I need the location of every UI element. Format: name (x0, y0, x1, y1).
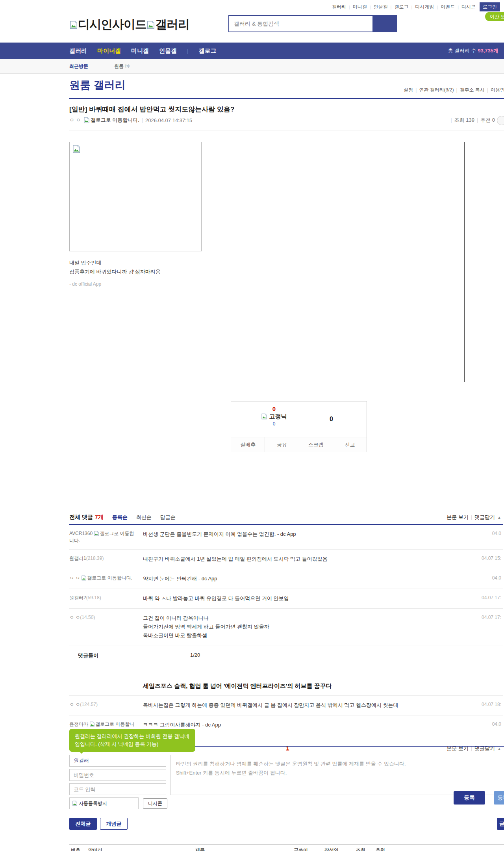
post-author: ㅇ ㅇ (69, 117, 81, 124)
comment-submit-button-secondary[interactable]: 등록 (494, 791, 504, 805)
vote-action-bar: 실베추 공유 스크랩 신고 (231, 437, 367, 452)
col-title: 제목 (195, 847, 205, 851)
top-link-gallog[interactable]: 갤로그 (394, 4, 408, 10)
tooltip-pointer (78, 750, 85, 757)
sort-newest[interactable]: 최신순 (136, 514, 152, 521)
best-posts-button[interactable]: 개념글 (100, 818, 128, 830)
comment-date: 04.0 (492, 531, 501, 536)
fixed-nick-label: 고정닉 (248, 413, 300, 420)
report-button[interactable]: 신고 (333, 437, 367, 452)
comment-text: 독바사는집은 그렇게 하는애 종종 있던데 바퀴갤에서 글 봄 집에서 잠만자고… (143, 701, 503, 710)
comment-date: 04.0 (492, 575, 501, 581)
dccon-button[interactable]: 디시콘 (143, 798, 167, 809)
login-button[interactable]: 로그인 (480, 2, 500, 11)
comment-bot-name: 댓글돌이 (78, 652, 143, 659)
top-link-event[interactable]: 이벤트 (441, 4, 455, 10)
chevron-up-icon[interactable]: ▲ (497, 747, 501, 751)
comment-count-icon (497, 116, 504, 125)
broken-image-icon (89, 721, 95, 727)
password-input[interactable] (69, 769, 166, 781)
search-button[interactable] (373, 15, 397, 32)
gallog-link[interactable]: 갤로그로 이동합니다. (87, 575, 132, 581)
share-button[interactable]: 공유 (265, 437, 298, 452)
post-view-count: 조회 139 (454, 117, 474, 124)
scrap-button[interactable]: 스크랩 (299, 437, 333, 452)
post-body-text: 내일 입주인데 집품후기에 바퀴있다니까 걍 삶자마려움 (69, 258, 161, 277)
side-ad-box (464, 142, 504, 382)
chevron-up-icon[interactable]: ▲ (497, 515, 501, 520)
comment-row: AVCR1360갤로그로 이동합니다. 바선생 군단은 출몰빈도가 문제이지 아… (69, 525, 503, 550)
search-area (228, 15, 397, 32)
comment-row: ㅇ ㅇ(14.50) 그건 집이 아니라 감옥아니냐 들어가기전에 방역 빡세게… (69, 609, 503, 645)
nav-item-gallery[interactable]: 갤러리 (69, 47, 87, 55)
comment-row: ㅇ ㅇ(124.57) 독바사는집은 그렇게 하는애 종종 있던데 바퀴갤에서 … (69, 696, 503, 715)
top-link-persongal[interactable]: 인물갤 (374, 4, 388, 10)
divider (69, 98, 504, 99)
col-date: 작성일 (324, 847, 339, 851)
broken-image-icon (72, 801, 78, 806)
view-post-link[interactable]: 본문 보기 (447, 514, 469, 521)
comment-author: AVCR1360 (69, 531, 93, 536)
top-link-dcgame[interactable]: 디시게임 (415, 4, 434, 10)
top-link-gallery[interactable]: 갤러리 (332, 4, 346, 10)
nav-item-mini-gallery[interactable]: 미니갤 (131, 47, 149, 55)
divider: | (142, 117, 143, 123)
recent-visited-item-oneroom[interactable]: 원룸ⓜ (114, 59, 130, 73)
close-comments-link[interactable]: 댓글닫기 (474, 514, 495, 521)
divider: | (411, 5, 412, 9)
broken-image-icon (146, 20, 155, 29)
col-author: 글쓴이 (294, 847, 308, 851)
divider (69, 844, 504, 845)
nav-item-minor-gallery[interactable]: 마이너갤 (97, 47, 121, 55)
comment-author: 원갤러1 (69, 556, 86, 561)
broken-image-icon (94, 531, 99, 536)
write-post-button[interactable]: 글쓰기 (497, 818, 504, 830)
comment-textarea[interactable] (170, 755, 504, 795)
guide-link[interactable]: 이용안내 (491, 87, 504, 93)
dcinside-gallery-page: 갤러리| 미니갤| 인물갤| 갤로그| 디시게임| 이벤트| 디시콘 로그인 야… (0, 0, 504, 851)
search-input[interactable] (228, 15, 373, 32)
night-mode-toggle[interactable]: 야간 모드 (485, 12, 504, 21)
minor-gallery-badge-icon: ⓜ (125, 63, 130, 69)
top-link-dccon[interactable]: 디시콘 (461, 4, 476, 10)
captcha-code-input[interactable] (69, 783, 166, 795)
post-title: [일반] 바퀴때매 집에서 밥안먹고 씻지도않는사람 있음? (69, 105, 234, 114)
nav-item-gallog[interactable]: 갤로그 (198, 47, 216, 55)
sort-registered[interactable]: 등록순 (112, 514, 128, 521)
broken-image-icon (83, 117, 90, 123)
divider: | (487, 87, 488, 93)
top-link-minigal[interactable]: 미니갤 (353, 4, 367, 10)
dc-app-signature: - dc official App (69, 281, 101, 287)
gallery-title[interactable]: 원룸 갤러리 (69, 78, 126, 92)
recent-visited-bar: 최근방문 원룸ⓜ (0, 59, 504, 74)
comment-text: 약치면 눈에는 안띄긴해 - dc App (143, 574, 503, 583)
comment-text: 바선생 군단은 출몰빈도가 문제이지 아예 없을수는 없긴함. - dc App (143, 530, 503, 544)
comment-submit-button[interactable]: 등록 (454, 791, 485, 805)
upvote-block[interactable]: 0 고정닉 0 (248, 405, 300, 427)
comment-text: ㅋㅋㅋ 그럼이사를해야지 - dc App (143, 721, 503, 735)
broken-image-icon (261, 413, 267, 420)
nav-item-person-gallery[interactable]: 인물갤 (159, 47, 177, 55)
copy-url-link[interactable]: 갤주소 복사 (460, 87, 485, 93)
ad-headline-link[interactable]: 세일즈포스 슬랙, 협업 툴 넘어 '에이전틱 엔터프라이즈'의 허브를 꿈꾸다 (69, 666, 503, 696)
divider: | (187, 48, 188, 54)
captcha-image-broken: 자동등록방지 (69, 797, 139, 809)
site-logo[interactable]: 디시인사이드 갤러리 (69, 17, 189, 33)
comment-author: ㅇ ㅇ (69, 575, 80, 581)
broken-image-icon (72, 145, 81, 153)
broken-image-icon (81, 575, 87, 581)
logo-text-gallery: 갤러리 (155, 17, 189, 33)
gallog-link[interactable]: 갤로그로 이동합니다. (91, 117, 139, 124)
all-posts-button[interactable]: 전체글 (69, 818, 97, 830)
comment-author-ip: (59.18) (86, 595, 101, 600)
upvote-count: 0 (248, 405, 300, 412)
comment-author: ㅇ ㅇ (69, 702, 80, 707)
gallery-settings-link[interactable]: 설정 (404, 87, 413, 93)
logo-text-dcinside: 디시인사이드 (78, 17, 146, 33)
sort-reply[interactable]: 답글순 (160, 514, 176, 521)
comment-author: ㅇ ㅇ (69, 615, 80, 620)
nickname-tooltip: 원갤러는 갤러리에서 권장하는 비회원 전용 갤닉네임입니다. (삭제 시 닉네… (69, 729, 195, 752)
downvote-count[interactable]: 0 (330, 416, 333, 423)
silbechu-button[interactable]: 실베추 (231, 437, 265, 452)
related-gallery-link[interactable]: 연관 갤러리(3/2) (419, 87, 454, 93)
